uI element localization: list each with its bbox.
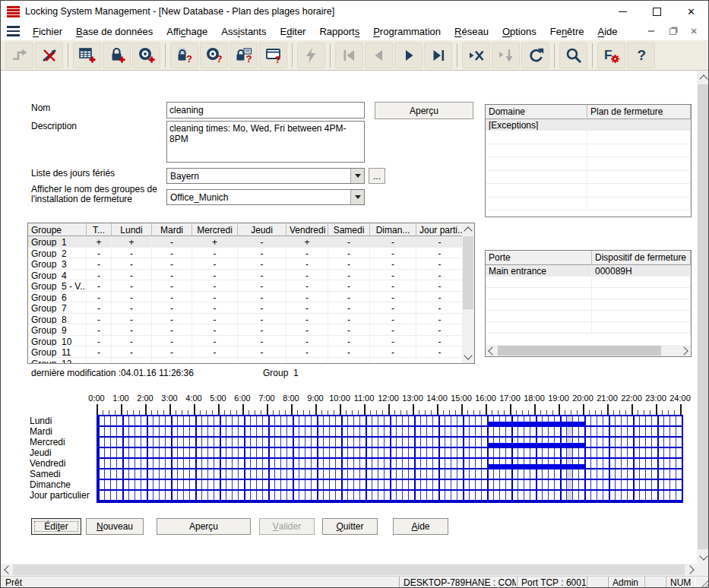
group-column-header[interactable]: Groupe — [28, 223, 87, 236]
mdi-close-button[interactable]: ✕ — [685, 24, 702, 38]
group-column-header[interactable]: Vendredi — [286, 223, 328, 236]
group-day-cell: - — [112, 292, 152, 303]
search-button[interactable] — [559, 43, 587, 68]
group-row[interactable]: Group 8--------- — [28, 314, 474, 325]
-diter-button[interactable]: Éditer — [31, 518, 81, 535]
group-row[interactable]: Group 2--------- — [28, 248, 474, 259]
resize-grip[interactable] — [696, 577, 709, 588]
record-delete-button[interactable] — [462, 43, 490, 68]
vertical-scrollbar-thumb[interactable] — [698, 84, 709, 549]
scroll-down-button[interactable] — [697, 551, 709, 564]
aper-u-button[interactable]: Aperçu — [157, 518, 251, 535]
group-column-header[interactable]: Jeudi — [238, 223, 286, 236]
group-row[interactable]: Group 1++-+-+--- — [28, 236, 474, 248]
group-row[interactable]: Group 10--------- — [28, 336, 474, 347]
read-lock-data-button[interactable]: ? — [229, 43, 258, 68]
menu-editer[interactable]: Editer — [273, 24, 312, 40]
column-header[interactable]: Plan de fermeture — [587, 105, 691, 119]
aide-button[interactable]: Aide — [393, 518, 448, 535]
close-button[interactable]: ✕ — [674, 1, 708, 22]
menu-fichier[interactable]: Fichier — [26, 24, 69, 40]
minimize-button[interactable] — [606, 1, 640, 22]
group-row[interactable]: Group 9--------- — [28, 324, 474, 336]
group-column-header[interactable]: Diman... — [370, 223, 416, 236]
holidays-browse-button[interactable]: ... — [369, 168, 385, 184]
scroll-down-button[interactable] — [462, 351, 474, 363]
time-slot-bar[interactable] — [487, 443, 584, 447]
filter-config-button[interactable]: F — [597, 43, 625, 68]
quitter-button[interactable]: Quitter — [322, 518, 378, 535]
menu-rapports[interactable]: Rapports — [312, 24, 366, 40]
description-input[interactable]: cleaning times: Mo, Wed, Fri between 4PM… — [166, 121, 365, 163]
nouveau-button[interactable]: Nouveau — [86, 518, 144, 535]
table-row[interactable]: [Exceptions] — [486, 119, 691, 131]
time-slot-bar[interactable] — [487, 464, 584, 469]
group-table-scrollbar[interactable] — [462, 223, 474, 363]
horizontal-scrollbar[interactable] — [1, 564, 697, 576]
scroll-left-button[interactable] — [486, 345, 497, 356]
group-day-cell: - — [416, 280, 464, 292]
read-transponder-button[interactable]: ? — [200, 43, 228, 68]
group-row[interactable]: Group 11--------- — [28, 346, 474, 358]
vertical-scrollbar[interactable] — [697, 71, 709, 564]
document-icon[interactable] — [7, 26, 20, 36]
group-column-header[interactable]: Mercredi — [192, 223, 238, 236]
scroll-up-button[interactable] — [462, 223, 474, 236]
group-row[interactable]: Group 6--------- — [28, 292, 474, 303]
read-lock-button[interactable]: ? — [170, 43, 198, 68]
menu-affichage[interactable]: Affichage — [160, 24, 214, 40]
porte-scrollbar-thumb[interactable] — [498, 346, 661, 356]
refresh-button[interactable] — [521, 43, 549, 68]
group-row[interactable]: Group 4--------- — [28, 270, 474, 281]
locking-system-dropdown-button[interactable] — [350, 190, 364, 204]
scroll-right-button[interactable] — [679, 345, 691, 356]
group-row[interactable]: Group 7--------- — [28, 302, 474, 314]
read-card-button[interactable]: ? — [259, 43, 287, 68]
hour-label: 13:00 — [402, 394, 423, 403]
group-scrollbar-thumb[interactable] — [463, 236, 473, 309]
menu-programmation[interactable]: Programmation — [366, 24, 448, 40]
new-lock-button[interactable] — [103, 43, 131, 68]
column-header[interactable]: Porte — [486, 251, 592, 265]
holidays-combo[interactable]: Bayern — [166, 168, 365, 184]
apercu-top-button[interactable]: Aperçu — [375, 102, 473, 119]
mdi-restore-button[interactable] — [664, 24, 681, 38]
column-header[interactable]: Dispositif de fermeture — [592, 251, 691, 265]
group-column-header[interactable]: Mardi — [152, 223, 192, 236]
timeline-grid[interactable] — [97, 415, 683, 503]
nom-input[interactable] — [166, 102, 365, 119]
time-slot-bar[interactable] — [487, 422, 584, 426]
disconnect-button[interactable] — [35, 43, 63, 68]
column-header[interactable]: Domaine — [486, 105, 587, 119]
maximize-button[interactable] — [640, 1, 674, 22]
hour-label: 19:00 — [548, 394, 569, 403]
group-column-header[interactable]: Jour parti... — [416, 223, 464, 236]
scroll-up-button[interactable] — [697, 71, 709, 84]
horizontal-scrollbar-thumb[interactable] — [13, 564, 685, 575]
group-column-header[interactable]: Samedi — [328, 223, 370, 236]
nav-next-button[interactable] — [394, 43, 423, 68]
group-row[interactable]: Group 12--------- — [28, 358, 474, 365]
scroll-right-button[interactable] — [685, 564, 697, 576]
group-column-header[interactable]: Lundi — [112, 223, 152, 236]
group-row[interactable]: Group 5 - V...--------- — [28, 280, 474, 292]
help-button[interactable]: ? — [627, 43, 655, 68]
new-transponder-button[interactable] — [132, 43, 160, 68]
menu-base-de-donn-es[interactable]: Base de données — [69, 24, 160, 40]
nav-last-button[interactable] — [424, 43, 452, 68]
group-day-cell: - — [152, 336, 192, 347]
menu-fen-tre[interactable]: Fenêtre — [543, 24, 591, 40]
menu-assistants[interactable]: Assistants — [214, 24, 273, 40]
menu-options[interactable]: Options — [495, 24, 543, 40]
locking-system-combo[interactable]: Office_Munich — [166, 189, 365, 205]
porte-horizontal-scrollbar[interactable] — [486, 345, 691, 356]
mdi-minimize-button[interactable] — [643, 24, 660, 38]
menu-aide[interactable]: Aide — [591, 24, 625, 40]
table-row[interactable]: Main entrance000089H — [486, 265, 691, 277]
new-locking-system-button[interactable] — [73, 43, 101, 68]
menu-r-seau[interactable]: Réseau — [448, 24, 495, 40]
scroll-left-button[interactable] — [1, 564, 13, 576]
group-row[interactable]: Group 3--------- — [28, 258, 474, 270]
group-column-header[interactable]: T... — [87, 223, 112, 236]
holidays-dropdown-button[interactable] — [350, 169, 364, 183]
